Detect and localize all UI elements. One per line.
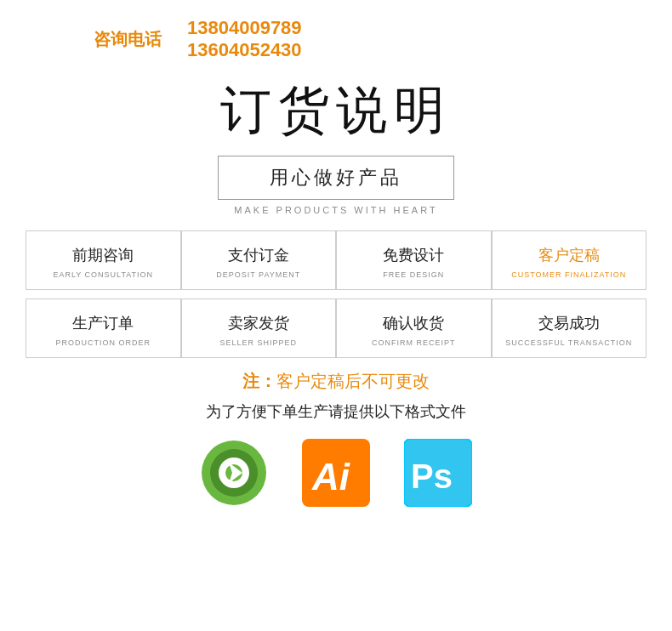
provide-text: 为了方便下单生产请提供以下格式文件: [206, 401, 466, 422]
process-cell-row2-1: 卖家发货 SELLER SHIPPED: [181, 298, 337, 358]
slogan-box: 用心做好产品: [218, 156, 454, 200]
process-en: FREE DESIGN: [345, 270, 482, 279]
process-zh: 交易成功: [501, 313, 638, 333]
contact-label: 咨询电话: [94, 28, 162, 51]
icons-row: Ai Ps: [200, 439, 472, 507]
process-zh: 支付订金: [191, 245, 327, 265]
contact-section: 咨询电话 13804009789 13604052430: [94, 17, 302, 61]
process-en: CUSTOMER FINALIZATION: [501, 270, 638, 279]
process-zh: 免费设计: [345, 245, 482, 265]
process-zh: 客户定稿: [501, 245, 638, 265]
main-title: 订货说明: [220, 77, 452, 145]
note-content: 客户定稿后不可更改: [276, 372, 430, 390]
slogan-en: MAKE PRODUCTS WITH HEART: [234, 205, 437, 215]
process-cell-row1-2: 免费设计 FREE DESIGN: [336, 230, 492, 290]
phone2: 13604052430: [187, 39, 302, 61]
svg-text:Ps: Ps: [411, 458, 453, 495]
process-zh: 卖家发货: [191, 313, 327, 333]
process-en: EARLY CONSULTATION: [35, 270, 172, 279]
process-grid: 前期咨询 EARLY CONSULTATION 支付订金 DEPOSIT PAY…: [26, 230, 646, 358]
process-en: DEPOSIT PAYMENT: [191, 270, 327, 279]
svg-text:Ai: Ai: [311, 456, 350, 497]
note-label: 注：: [242, 372, 276, 390]
process-zh: 确认收货: [345, 313, 482, 333]
process-row-1: 前期咨询 EARLY CONSULTATION 支付订金 DEPOSIT PAY…: [26, 230, 646, 290]
process-zh: 生产订单: [35, 313, 172, 333]
contact-numbers: 13804009789 13604052430: [187, 17, 302, 61]
coreldraw-icon: [200, 439, 268, 507]
process-cell-row2-3: 交易成功 SUCCESSFUL TRANSACTION: [492, 298, 647, 358]
photoshop-icon: Ps: [404, 439, 472, 507]
process-row-2: 生产订单 PRODUCTION ORDER 卖家发货 SELLER SHIPPE…: [26, 298, 646, 358]
note-text: 注：客户定稿后不可更改: [242, 370, 430, 393]
process-cell-row1-1: 支付订金 DEPOSIT PAYMENT: [181, 230, 337, 290]
illustrator-icon: Ai: [302, 439, 370, 507]
phone1: 13804009789: [187, 17, 302, 39]
process-cell-row1-0: 前期咨询 EARLY CONSULTATION: [26, 230, 181, 290]
process-en: SUCCESSFUL TRANSACTION: [501, 338, 638, 347]
process-cell-row2-2: 确认收货 CONFIRM RECEIPT: [336, 298, 492, 358]
process-en: SELLER SHIPPED: [191, 338, 327, 347]
process-en: PRODUCTION ORDER: [35, 338, 172, 347]
process-cell-row1-3: 客户定稿 CUSTOMER FINALIZATION: [492, 230, 647, 290]
process-zh: 前期咨询: [35, 245, 172, 265]
process-en: CONFIRM RECEIPT: [345, 338, 482, 347]
process-cell-row2-0: 生产订单 PRODUCTION ORDER: [26, 298, 181, 358]
